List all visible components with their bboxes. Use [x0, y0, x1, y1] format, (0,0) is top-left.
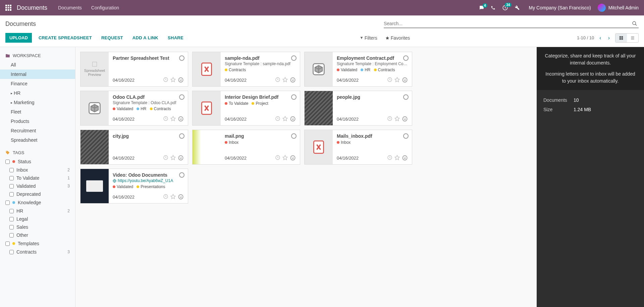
nav-documents[interactable]: Documents: [58, 5, 82, 10]
star-icon[interactable]: [282, 116, 288, 121]
phone-icon[interactable]: [491, 5, 495, 10]
favorites-dropdown[interactable]: Favorites: [385, 35, 410, 41]
tag-checkbox[interactable]: [9, 217, 14, 221]
clock-icon[interactable]: [163, 155, 168, 160]
clock-icon[interactable]: [275, 116, 280, 121]
tag-group-checkbox[interactable]: [5, 242, 10, 246]
pager-count[interactable]: 1-10 / 10: [577, 35, 594, 40]
upload-button[interactable]: UPLOAD: [5, 33, 32, 43]
face-icon[interactable]: [178, 116, 184, 122]
select-circle[interactable]: [291, 55, 297, 61]
pager-next-icon[interactable]: ›: [607, 34, 611, 42]
list-view-icon[interactable]: [627, 34, 638, 42]
tag-checkbox[interactable]: [9, 192, 14, 196]
kanban-view-icon[interactable]: [615, 34, 627, 42]
face-icon[interactable]: [402, 116, 408, 122]
clock-icon[interactable]: [387, 155, 392, 160]
nav-configuration[interactable]: Configuration: [91, 5, 119, 10]
tag-checkbox[interactable]: [9, 225, 14, 229]
activities-icon[interactable]: 34: [502, 5, 508, 11]
select-circle[interactable]: [403, 133, 409, 139]
workspace-item[interactable]: Spreadsheet: [0, 135, 75, 145]
tag-checkbox[interactable]: [9, 233, 14, 237]
face-icon[interactable]: [290, 116, 296, 122]
debug-icon[interactable]: [515, 5, 520, 10]
filters-dropdown[interactable]: Filters: [360, 35, 377, 41]
face-icon[interactable]: [290, 77, 296, 83]
document-card[interactable]: Odoo CLA.pdfSignature Template : Odoo CL…: [80, 91, 188, 126]
tag-checkbox[interactable]: [9, 176, 14, 180]
face-icon[interactable]: [178, 77, 184, 83]
clock-icon[interactable]: [163, 116, 168, 121]
star-icon[interactable]: [170, 116, 176, 121]
star-icon[interactable]: [394, 116, 400, 121]
workspace-item[interactable]: ▸Marketing: [0, 98, 75, 107]
star-icon[interactable]: [170, 155, 176, 160]
tag-checkbox[interactable]: [9, 184, 14, 188]
share-button[interactable]: SHARE: [168, 35, 183, 40]
workspace-item[interactable]: Recruitment: [0, 126, 75, 135]
workspace-item[interactable]: Finance: [0, 79, 75, 88]
search-box[interactable]: [384, 19, 639, 28]
tag-group-checkbox[interactable]: [5, 160, 10, 164]
document-card[interactable]: mail.pngInbox04/16/2022: [192, 130, 300, 165]
tag-checkbox[interactable]: [9, 209, 14, 213]
document-card[interactable]: sample-nda.pdfSignature Template : sampl…: [192, 52, 300, 87]
select-circle[interactable]: [291, 94, 297, 100]
select-circle[interactable]: [179, 133, 184, 139]
add-link-button[interactable]: ADD A LINK: [132, 35, 158, 40]
clock-icon[interactable]: [163, 77, 168, 82]
apps-icon[interactable]: [5, 5, 11, 11]
workspace-item[interactable]: Internal: [0, 70, 75, 79]
face-icon[interactable]: [178, 194, 184, 200]
face-icon[interactable]: [402, 77, 408, 83]
star-icon[interactable]: [170, 77, 176, 82]
select-circle[interactable]: [403, 55, 409, 61]
clock-icon[interactable]: [163, 194, 168, 199]
workspace-item[interactable]: All: [0, 60, 75, 70]
select-circle[interactable]: [179, 94, 184, 100]
create-spreadsheet-button[interactable]: CREATE SPREADSHEET: [39, 35, 92, 40]
pdf-thumbnail: [193, 52, 221, 86]
workspace-item[interactable]: ▸HR: [0, 88, 75, 98]
document-card[interactable]: Video: Odoo Documentshttps://youtu.be/Ay…: [80, 169, 188, 204]
star-icon[interactable]: [394, 77, 400, 82]
search-input[interactable]: [384, 19, 631, 28]
tag-checkbox[interactable]: [9, 250, 14, 254]
document-card[interactable]: Interior Design Brief.pdfTo ValidateProj…: [192, 91, 300, 126]
select-circle[interactable]: [403, 94, 409, 100]
app-brand[interactable]: Documents: [17, 4, 47, 11]
document-card[interactable]: Employment Contract.pdfSignature Templat…: [304, 52, 412, 87]
star-icon[interactable]: [394, 155, 400, 160]
select-circle[interactable]: [179, 172, 184, 178]
request-button[interactable]: REQUEST: [101, 35, 123, 40]
clock-icon[interactable]: [387, 116, 392, 121]
document-card[interactable]: Mails_inbox.pdfInbox04/16/2022: [304, 130, 412, 165]
clock-icon[interactable]: [387, 77, 392, 82]
select-circle[interactable]: [179, 55, 184, 61]
face-icon[interactable]: [178, 155, 184, 161]
breadcrumb-title[interactable]: Documents: [5, 20, 36, 28]
star-icon[interactable]: [170, 194, 176, 199]
clock-icon[interactable]: [275, 155, 280, 160]
company-selector[interactable]: My Company (San Francisco): [529, 5, 591, 10]
document-card[interactable]: city.jpg04/16/2022: [80, 130, 188, 165]
pager-prev-icon[interactable]: ‹: [598, 34, 602, 42]
messaging-icon[interactable]: 4: [479, 5, 484, 10]
document-link[interactable]: https://youtu.be/Ayab6wZ_U1A: [113, 178, 184, 183]
user-menu[interactable]: Mitchell Admin: [598, 4, 639, 12]
workspace-item[interactable]: Products: [0, 117, 75, 126]
search-icon[interactable]: [631, 19, 639, 28]
select-circle[interactable]: [291, 133, 297, 139]
star-icon[interactable]: [282, 77, 288, 82]
face-icon[interactable]: [402, 155, 408, 161]
tag-icon: [5, 150, 10, 155]
face-icon[interactable]: [290, 155, 296, 161]
tag-checkbox[interactable]: [9, 168, 14, 172]
document-card[interactable]: people.jpg04/16/2022: [304, 91, 412, 126]
star-icon[interactable]: [282, 155, 288, 160]
tag-group-checkbox[interactable]: [5, 201, 10, 205]
clock-icon[interactable]: [275, 77, 280, 82]
workspace-item[interactable]: Fleet: [0, 107, 75, 117]
document-card[interactable]: Spreadsheet PreviewPartner Spreadsheet T…: [80, 52, 188, 87]
